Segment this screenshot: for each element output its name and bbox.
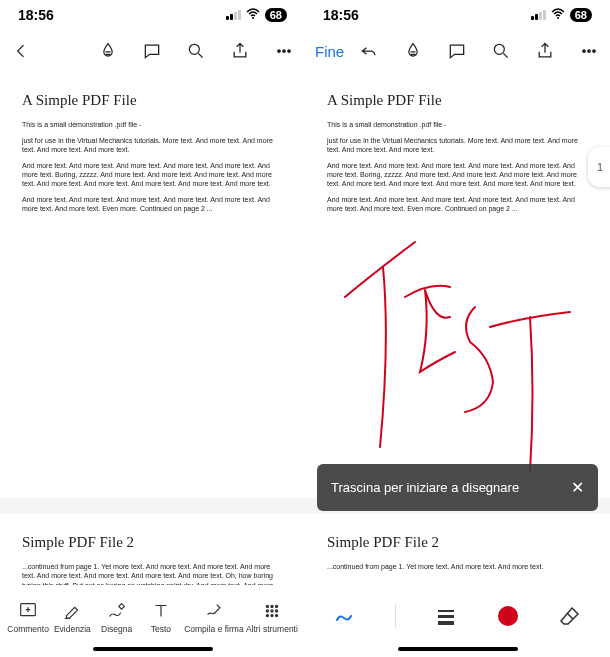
page-title: A Simple PDF File [327,90,588,110]
pdf-page-1: A Simple PDF File This is a small demons… [0,72,305,238]
toast-hint: Trascina per iniziare a disegnare ✕ [317,464,598,511]
status-bar: 18:56 68 [0,0,305,30]
page-title: Simple PDF File 2 [327,532,588,552]
svg-point-17 [583,50,586,53]
wifi-icon [246,8,260,23]
home-indicator[interactable] [93,647,213,651]
svg-point-12 [266,614,268,616]
svg-point-10 [271,610,273,612]
draw-toolbar [305,585,610,647]
battery-badge: 68 [265,8,287,22]
status-bar: 18:56 68 [305,0,610,30]
liquid-mode-icon[interactable] [97,40,119,62]
tool-highlight[interactable]: Evidenzia [51,600,93,634]
svg-point-2 [278,50,281,53]
tool-label: Compila e firma [184,624,244,634]
toolbar-view [0,30,305,72]
body-text: ...continued from page 1. Yet more text.… [22,562,283,585]
pdf-page-2: Simple PDF File 2 ...continued from page… [0,514,305,585]
svg-point-19 [593,50,596,53]
toolbar-draw: Fine [305,30,610,72]
eraser-icon[interactable] [558,604,582,628]
pdf-page-1: A Simple PDF File This is a small demons… [305,72,610,238]
svg-rect-21 [438,615,454,618]
search-icon[interactable] [490,40,512,62]
status-time: 18:56 [323,7,359,23]
tool-label: Disegna [101,624,132,634]
svg-point-8 [275,605,277,607]
tool-draw[interactable]: Disegna [96,600,138,634]
svg-point-4 [288,50,291,53]
cellular-icon [226,10,241,20]
page-gap [0,498,305,514]
status-indicators: 68 [226,8,287,23]
body-text: And more text. And more text. And more t… [327,195,588,214]
svg-point-9 [266,610,268,612]
more-icon[interactable] [578,40,600,62]
back-button[interactable] [10,40,32,62]
comment-icon[interactable] [446,40,468,62]
svg-point-3 [283,50,286,53]
stroke-width-icon[interactable] [434,604,458,628]
body-text: This is a small demonstration .pdf file … [327,120,588,129]
tool-text[interactable]: Testo [140,600,182,634]
comment-icon[interactable] [141,40,163,62]
done-button[interactable]: Fine [315,43,344,60]
status-indicators: 68 [531,8,592,23]
tool-more[interactable]: Altri strumenti [246,600,298,634]
wifi-icon [551,8,565,23]
separator [395,605,396,627]
svg-point-15 [557,17,559,19]
page-title: Simple PDF File 2 [22,532,283,552]
page-title: A Simple PDF File [22,90,283,110]
svg-point-1 [189,44,199,54]
body-text: just for use in the Virtual Mechanics tu… [22,136,283,155]
body-text: And more text. And more text. And more t… [22,161,283,189]
share-icon[interactable] [229,40,251,62]
body-text: And more text. And more text. And more t… [327,161,588,189]
pane-draw-mode: 18:56 68 Fine 1 A Simple PDF File This i… [305,0,610,657]
svg-point-13 [271,614,273,616]
battery-badge: 68 [570,8,592,22]
toast-message: Trascina per iniziare a disegnare [331,480,519,495]
svg-point-14 [275,614,277,616]
svg-point-6 [266,605,268,607]
status-time: 18:56 [18,7,54,23]
pane-view-mode: 18:56 68 A Simple PDF File This is a sma… [0,0,305,657]
page-indicator[interactable]: 1 [588,147,610,187]
body-text: This is a small demonstration .pdf file … [22,120,283,129]
tool-label: Evidenzia [54,624,91,634]
tool-fillsign[interactable]: Compila e firma [184,600,244,634]
tool-label: Commento [7,624,49,634]
cellular-icon [531,10,546,20]
pdf-page-2: Simple PDF File 2 ...continued from page… [305,514,610,585]
tool-label: Testo [151,624,171,634]
close-icon[interactable]: ✕ [571,478,584,497]
tool-label: Altri strumenti [246,624,298,634]
svg-point-0 [252,17,254,19]
body-text: just for use in the Virtual Mechanics tu… [327,136,588,155]
svg-point-11 [275,610,277,612]
tool-comment[interactable]: Commento [7,600,49,634]
svg-rect-22 [438,621,454,625]
body-text: And more text. And more text. And more t… [22,195,283,214]
more-icon[interactable] [273,40,295,62]
svg-point-18 [588,50,591,53]
pen-tool[interactable] [333,604,357,628]
undo-icon[interactable] [358,40,380,62]
document-area[interactable]: A Simple PDF File This is a small demons… [0,72,305,585]
svg-point-7 [271,605,273,607]
document-area[interactable]: 1 A Simple PDF File This is a small demo… [305,72,610,585]
home-indicator[interactable] [398,647,518,651]
share-icon[interactable] [534,40,556,62]
bottom-toolbar: Commento Evidenzia Disegna Testo Compila… [0,585,305,647]
color-picker[interactable] [496,604,520,628]
svg-point-16 [494,44,504,54]
svg-rect-20 [438,610,454,612]
body-text: ...continued from page 1. Yet more text.… [327,562,588,571]
liquid-mode-icon[interactable] [402,40,424,62]
search-icon[interactable] [185,40,207,62]
